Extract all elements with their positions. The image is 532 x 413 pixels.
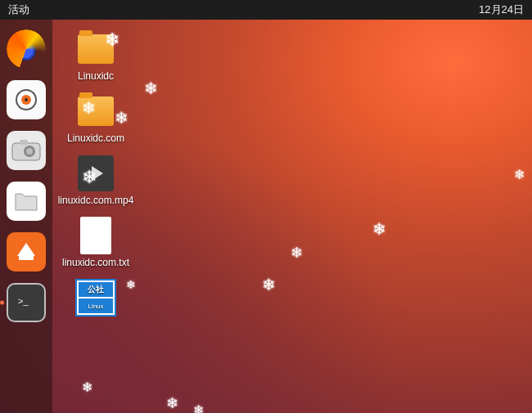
desktop-text-file[interactable]: linuxidc.com.txt xyxy=(61,218,131,268)
dock-terminal[interactable]: >_ xyxy=(7,283,46,322)
svg-text:>_: >_ xyxy=(18,296,29,306)
svg-rect-7 xyxy=(19,256,34,260)
text-file-icon xyxy=(80,217,111,254)
dock-software[interactable] xyxy=(7,232,46,272)
software-icon xyxy=(14,240,38,264)
dock-rhythmbox[interactable] xyxy=(7,80,46,119)
dock: >_ xyxy=(0,20,52,413)
icon-label: linuxidc.com.txt xyxy=(62,257,129,268)
top-bar: 活动 12月24日 xyxy=(0,0,532,20)
icon-label: Linuxidc.com xyxy=(67,132,124,144)
svg-rect-4 xyxy=(20,140,28,145)
dock-firefox[interactable] xyxy=(7,29,46,69)
icon-label: linuxidc.com.mp4 xyxy=(58,195,134,206)
desktop-folder-linuxidc-com[interactable]: Linuxidc.com xyxy=(61,93,131,144)
date-indicator[interactable]: 12月24日 xyxy=(479,2,524,17)
speaker-icon xyxy=(14,88,38,112)
running-indicator xyxy=(0,301,4,305)
desktop-icons-area: Linuxidc Linuxidc.com linuxidc.com.mp4 l… xyxy=(61,31,131,330)
folder-icon xyxy=(78,97,114,126)
image-badge-bottom: Linux xyxy=(79,299,113,313)
dock-files[interactable] xyxy=(7,182,46,221)
folder-icon xyxy=(78,34,114,64)
icon-label: Linuxidc xyxy=(78,70,114,82)
activities-button[interactable]: 活动 xyxy=(8,2,29,17)
desktop-folder-linuxidc[interactable]: Linuxidc xyxy=(61,31,131,82)
dock-camera[interactable] xyxy=(7,131,46,170)
camera-icon xyxy=(11,140,41,161)
image-badge-top: 公社 xyxy=(79,282,113,297)
folder-icon xyxy=(14,191,38,212)
image-file-icon: 公社 Linux xyxy=(75,279,116,316)
svg-point-6 xyxy=(26,148,33,155)
desktop-video-file[interactable]: linuxidc.com.mp4 xyxy=(61,155,131,206)
svg-point-2 xyxy=(25,98,28,101)
desktop-image-file[interactable]: 公社 Linux xyxy=(61,280,131,319)
terminal-icon: >_ xyxy=(16,294,37,311)
video-icon xyxy=(78,155,114,191)
